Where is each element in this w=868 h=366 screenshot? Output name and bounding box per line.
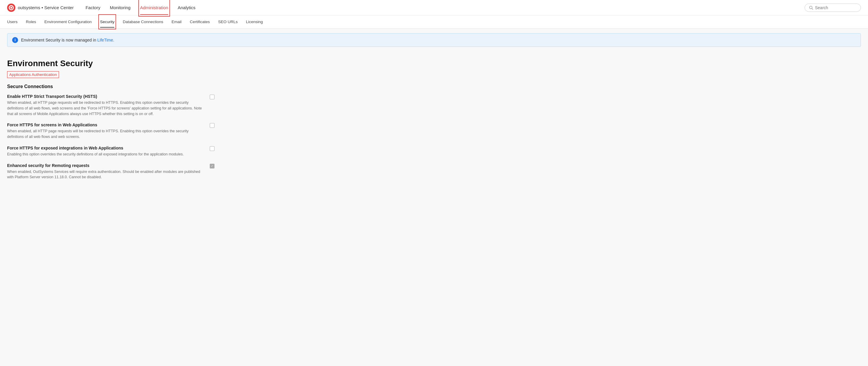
setting-force-https-screens-label: Force HTTPS for screens in Web Applicati…	[7, 122, 205, 127]
search-input[interactable]	[815, 5, 857, 10]
setting-force-https-integrations-checkbox[interactable]	[210, 146, 215, 151]
setting-enhanced-remoting-checkbox[interactable]	[210, 164, 215, 168]
subnav-environment-configuration[interactable]: Environment Configuration	[44, 16, 92, 28]
brand-name: outsystems • Service Center	[18, 5, 74, 10]
setting-hsts-label: Enable HTTP Strict Transport Security (H…	[7, 94, 205, 99]
outsystems-logo	[7, 4, 16, 12]
nav-administration[interactable]: Administration	[140, 0, 168, 15]
page-content: Environment Security Applications Authen…	[0, 52, 868, 193]
setting-force-https-screens-desc: When enabled, all HTTP page requests wil…	[7, 129, 205, 140]
banner-text: Environment Security is now managed in L…	[21, 38, 114, 43]
secure-connections-title: Secure Connections	[7, 84, 861, 89]
lifetime-link[interactable]: LifeTime.	[97, 38, 114, 43]
nav-analytics[interactable]: Analytics	[178, 0, 195, 15]
search-box[interactable]	[805, 4, 861, 12]
setting-hsts: Enable HTTP Strict Transport Security (H…	[7, 94, 215, 117]
setting-enhanced-remoting: Enhanced security for Remoting requests …	[7, 163, 215, 180]
subnav-certificates[interactable]: Certificates	[190, 16, 210, 28]
top-nav: outsystems • Service Center Factory Moni…	[0, 0, 868, 16]
brand: outsystems • Service Center	[7, 4, 74, 12]
subnav-email[interactable]: Email	[172, 16, 182, 28]
setting-enhanced-remoting-label: Enhanced security for Remoting requests	[7, 163, 205, 168]
nav-monitoring[interactable]: Monitoring	[110, 0, 131, 15]
sub-nav: Users Roles Environment Configuration Se…	[0, 16, 868, 28]
subnav-users[interactable]: Users	[7, 16, 18, 28]
subnav-licensing[interactable]: Licensing	[246, 16, 263, 28]
setting-enhanced-remoting-desc: When enabled, OutSystems Services will r…	[7, 169, 205, 180]
setting-force-https-screens: Force HTTPS for screens in Web Applicati…	[7, 122, 215, 140]
subnav-roles[interactable]: Roles	[26, 16, 36, 28]
subnav-security[interactable]: Security	[100, 16, 115, 28]
nav-factory[interactable]: Factory	[86, 0, 100, 15]
page-title: Environment Security	[7, 59, 861, 68]
setting-hsts-desc: When enabled, all HTTP page requests wil…	[7, 100, 205, 117]
svg-line-4	[812, 8, 813, 9]
setting-force-https-integrations-label: Force HTTPS for exposed integrations in …	[7, 146, 205, 150]
info-icon: i	[12, 37, 18, 43]
info-banner: i Environment Security is now managed in…	[7, 33, 861, 47]
subnav-seo-urls[interactable]: SEO URLs	[218, 16, 238, 28]
search-icon	[809, 6, 813, 10]
subnav-database-connections[interactable]: Database Connections	[123, 16, 163, 28]
setting-force-https-integrations-desc: Enabling this option overrides the secur…	[7, 151, 205, 157]
setting-force-https-screens-checkbox[interactable]	[210, 123, 215, 128]
top-nav-links: Factory Monitoring Administration Analyt…	[86, 0, 805, 15]
setting-hsts-checkbox[interactable]	[210, 94, 215, 100]
svg-point-2	[10, 7, 12, 8]
setting-force-https-integrations: Force HTTPS for exposed integrations in …	[7, 146, 215, 157]
applications-authentication-link[interactable]: Applications Authentication	[7, 71, 59, 78]
